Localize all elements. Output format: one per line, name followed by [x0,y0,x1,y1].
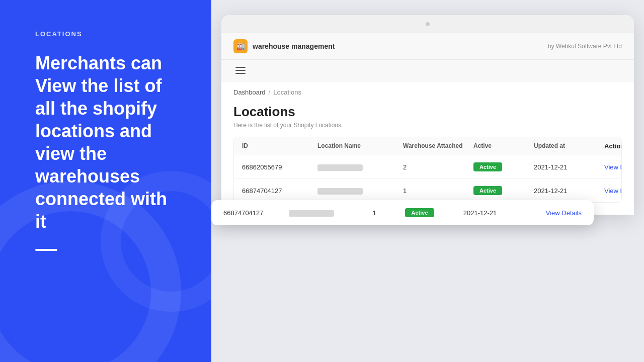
browser-dot [426,22,430,26]
browser-window: 🏭 warehouse management by Webkul Softwar… [221,15,634,215]
th-warehouse: Warehouse Attached [403,142,473,150]
logo-icon: 🏭 [233,39,248,53]
row1-updated: 2021-12-21 [534,163,604,171]
page-subtitle: Here is the list of your Shopify Locatio… [233,122,622,129]
left-panel: LOCATIONS Merchants can View the list of… [0,0,211,362]
breadcrumb: Dashboard / Locations [221,81,634,100]
row1-name [317,163,403,170]
breadcrumb-separator: / [269,88,271,96]
row2-updated: 2021-12-21 [534,187,604,195]
section-label: LOCATIONS [35,30,176,38]
table-row: 66874704127 1 Active 2021-12-21 View Det… [234,179,621,202]
active-badge-2: Active [473,186,502,195]
hamburger-line-1 [235,67,246,68]
row2-warehouse: 1 [403,187,473,195]
row2-id: 66874704127 [242,187,317,195]
floating-warehouse: 1 [354,209,394,217]
view-details-link-2[interactable]: View Details [604,187,622,195]
right-panel: 66874704127 1 Active 2021-12-21 View Det… [211,0,644,362]
row2-action[interactable]: View Details [604,187,622,195]
row1-active: Active [473,162,534,171]
blurred-name-2 [317,188,363,195]
hamburger-line-2 [235,70,246,71]
row2-name [317,187,403,194]
table-header: ID Location Name Warehouse Attached Acti… [234,137,621,155]
active-badge-1: Active [473,162,502,171]
content-area: Locations Here is the list of your Shopi… [221,100,634,215]
page-title: Locations [233,104,622,120]
floating-active: Active [394,208,445,217]
floating-action[interactable]: View Details [515,208,582,217]
floating-view-details-link[interactable]: View Details [546,209,582,217]
table-row: 66862055679 2 Active 2021-12-21 View Det… [234,155,621,179]
row2-active: Active [473,186,534,195]
th-location-name: Location Name [317,142,403,150]
app-nav [221,60,634,81]
hero-text: Merchants can View the list of all the s… [35,52,176,233]
app-logo: 🏭 warehouse management [233,39,335,53]
th-updated: Updated at [534,142,604,150]
hamburger-line-3 [235,73,246,74]
floating-id: 66874704127 [223,209,289,217]
blurred-name-1 [317,164,363,171]
floating-name [289,209,354,216]
blurred-name [289,210,334,217]
view-details-link-1[interactable]: View Details [604,163,622,171]
th-active: Active [473,142,534,150]
floating-row: 66874704127 1 Active 2021-12-21 View Det… [211,200,594,225]
hamburger-menu[interactable] [233,65,622,76]
app-title: warehouse management [253,42,335,50]
breadcrumb-current: Locations [273,88,301,96]
divider-line [35,249,57,251]
breadcrumb-home[interactable]: Dashboard [233,88,266,96]
browser-top-bar [221,15,634,33]
floating-updated: 2021-12-21 [445,209,515,217]
locations-table: ID Location Name Warehouse Attached Acti… [233,137,622,203]
active-badge-floating: Active [405,208,434,217]
row1-action[interactable]: View Details [604,163,622,171]
th-action: Action [604,142,622,150]
row1-id: 66862055679 [242,163,317,171]
by-label: by Webkul Software Pvt Ltd [548,43,622,50]
row1-warehouse: 2 [403,163,473,171]
th-id: ID [242,142,317,150]
app-header: 🏭 warehouse management by Webkul Softwar… [221,33,634,60]
